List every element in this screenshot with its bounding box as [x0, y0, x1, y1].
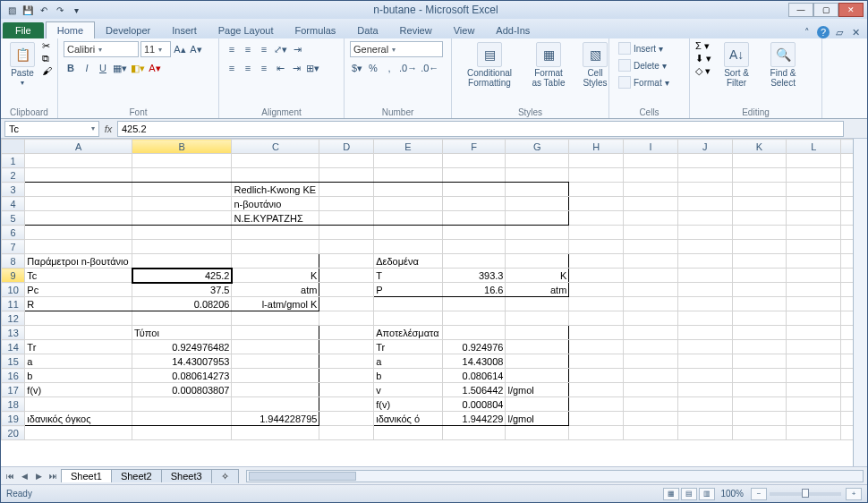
redo-icon[interactable]: ↷: [53, 3, 67, 17]
row-17[interactable]: 17: [2, 383, 25, 397]
cell-A9[interactable]: Tc: [25, 269, 132, 283]
format-painter-icon[interactable]: 🖌: [42, 65, 52, 76]
tab-page-layout[interactable]: Page Layout: [208, 22, 285, 38]
cell-E15[interactable]: a: [374, 354, 442, 369]
row-19[interactable]: 19: [2, 412, 25, 426]
cell-A16[interactable]: b: [25, 369, 132, 383]
cell-F9[interactable]: 393.3: [442, 269, 506, 283]
copy-icon[interactable]: ⧉: [42, 53, 52, 64]
orientation-icon[interactable]: ⤢▾: [273, 41, 288, 57]
decrease-decimal-icon[interactable]: .0←: [420, 60, 439, 76]
cell-C19[interactable]: 1.944228795: [232, 412, 319, 426]
tab-developer[interactable]: Developer: [95, 22, 161, 38]
select-all-corner[interactable]: [2, 140, 25, 154]
cell-B11[interactable]: 0.08206: [132, 297, 232, 311]
col-I[interactable]: I: [624, 140, 678, 154]
align-middle-icon[interactable]: ≡: [241, 41, 255, 57]
cell-A8[interactable]: Παράμετροι n-βουτάνιο: [25, 254, 132, 269]
zoom-slider[interactable]: [770, 492, 841, 496]
cell-G9[interactable]: K: [506, 269, 569, 283]
sheet-tab-1[interactable]: Sheet1: [61, 469, 112, 482]
align-bottom-icon[interactable]: ≡: [257, 41, 271, 57]
sheet-tab-3[interactable]: Sheet3: [161, 469, 212, 482]
col-F[interactable]: F: [442, 140, 506, 154]
tab-home[interactable]: Home: [46, 21, 95, 38]
name-box[interactable]: Tc▾: [4, 121, 99, 137]
row-1[interactable]: 1: [2, 154, 25, 168]
border-icon[interactable]: ▦▾: [112, 60, 128, 76]
fill-icon[interactable]: ⬇ ▾: [695, 53, 711, 64]
formula-bar[interactable]: 425.2: [117, 121, 844, 137]
merge-center-icon[interactable]: ⊞▾: [305, 60, 320, 76]
cell-A14[interactable]: Tr: [25, 340, 132, 354]
help-icon[interactable]: ?: [817, 26, 830, 38]
underline-button[interactable]: U: [96, 60, 110, 76]
grid[interactable]: A B C D E F G H I J K L M 1 2 3Redlich-K…: [1, 139, 853, 466]
vertical-scrollbar[interactable]: [853, 139, 867, 466]
cell-E18[interactable]: f(v): [374, 397, 442, 412]
align-center-icon[interactable]: ≡: [241, 60, 255, 76]
font-name-combo[interactable]: Calibri▾: [64, 41, 139, 57]
minimize-button[interactable]: —: [788, 3, 813, 17]
undo-icon[interactable]: ↶: [37, 3, 51, 17]
row-14[interactable]: 14: [2, 340, 25, 354]
col-B[interactable]: B: [132, 140, 232, 154]
cut-icon[interactable]: ✂: [42, 40, 52, 52]
cell-A19[interactable]: ιδανικός όγκος: [25, 412, 132, 426]
excel-icon[interactable]: ▧: [4, 3, 19, 17]
row-6[interactable]: 6: [2, 226, 25, 240]
zoom-in-button[interactable]: +: [846, 488, 862, 500]
align-top-icon[interactable]: ≡: [225, 41, 239, 57]
cell-A10[interactable]: Pc: [25, 283, 132, 297]
sheet-nav-prev-icon[interactable]: ◀: [17, 469, 31, 483]
horizontal-scrollbar[interactable]: [246, 470, 864, 482]
align-right-icon[interactable]: ≡: [257, 60, 271, 76]
font-size-combo[interactable]: 11▾: [140, 41, 171, 57]
cell-G17[interactable]: l/gmol: [506, 383, 569, 397]
cell-F16[interactable]: 0.080614: [442, 369, 506, 383]
autosum-icon[interactable]: Σ ▾: [695, 40, 711, 52]
row-13[interactable]: 13: [2, 326, 25, 340]
close-sheet-icon[interactable]: ✕: [849, 26, 862, 38]
maximize-button[interactable]: ▢: [813, 3, 838, 17]
cell-E8[interactable]: Δεδομένα: [374, 254, 442, 269]
cell-E14[interactable]: Tr: [374, 340, 442, 354]
row-10[interactable]: 10: [2, 283, 25, 297]
new-sheet-tab[interactable]: ✧: [211, 469, 239, 483]
tab-review[interactable]: Review: [389, 22, 443, 38]
minimize-ribbon-icon[interactable]: ˄: [801, 26, 813, 38]
cell-E16[interactable]: b: [374, 369, 442, 383]
sheet-tab-2[interactable]: Sheet2: [111, 469, 162, 482]
bold-button[interactable]: B: [64, 60, 78, 76]
row-11[interactable]: 11: [2, 297, 25, 311]
col-D[interactable]: D: [319, 140, 374, 154]
col-C[interactable]: C: [232, 140, 319, 154]
font-color-icon[interactable]: A▾: [148, 60, 162, 76]
increase-font-icon[interactable]: A▴: [173, 41, 187, 57]
sheet-nav-last-icon[interactable]: ⏭: [46, 469, 60, 483]
col-L[interactable]: L: [787, 140, 841, 154]
cell-E17[interactable]: v: [374, 383, 442, 397]
accounting-icon[interactable]: $▾: [350, 60, 364, 76]
cell-C9[interactable]: K: [232, 269, 319, 283]
row-16[interactable]: 16: [2, 369, 25, 383]
decrease-indent-icon[interactable]: ⇤: [273, 60, 287, 76]
tab-file[interactable]: File: [3, 22, 44, 38]
col-J[interactable]: J: [677, 140, 732, 154]
comma-icon[interactable]: ,: [382, 60, 396, 76]
insert-cells-button[interactable]: Insert ▾: [615, 40, 667, 56]
cell-B16[interactable]: 0.080614273: [132, 369, 232, 383]
hscroll-thumb[interactable]: [249, 472, 356, 481]
fill-color-icon[interactable]: ◧▾: [130, 60, 146, 76]
row-5[interactable]: 5: [2, 211, 25, 226]
row-20[interactable]: 20: [2, 426, 25, 440]
row-8[interactable]: 8: [2, 254, 25, 269]
cell-A11[interactable]: R: [25, 297, 132, 311]
cell-G10[interactable]: atm: [506, 283, 569, 297]
view-layout-icon[interactable]: ▤: [681, 488, 697, 500]
cell-E13[interactable]: Αποτελέσματα: [374, 326, 442, 340]
cell-E10[interactable]: P: [374, 283, 442, 297]
decrease-font-icon[interactable]: A▾: [189, 41, 203, 57]
cell-C5[interactable]: Ν.Ε.ΚΥΡΑΤΖΗΣ: [232, 211, 319, 226]
cell-F14[interactable]: 0.924976: [442, 340, 506, 354]
